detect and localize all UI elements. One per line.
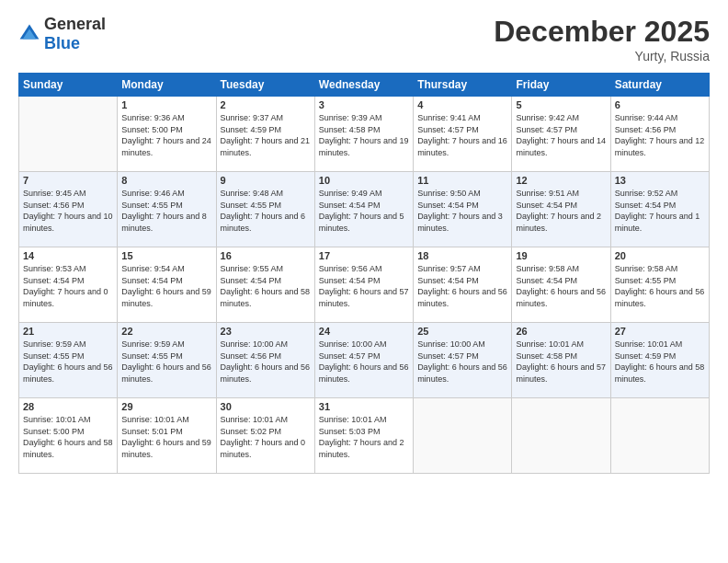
col-sunday: Sunday <box>19 74 118 97</box>
day-number: 27 <box>615 326 705 337</box>
table-row: 26 Sunrise: 10:01 AMSunset: 4:58 PMDayli… <box>512 323 610 398</box>
day-number: 23 <box>221 326 311 337</box>
day-info: Sunrise: 9:50 AMSunset: 4:54 PMDaylight:… <box>417 188 507 234</box>
col-monday: Monday <box>118 74 216 97</box>
table-row: 18 Sunrise: 9:57 AMSunset: 4:54 PMDaylig… <box>414 247 512 323</box>
table-row <box>512 398 610 474</box>
table-row: 2 Sunrise: 9:37 AMSunset: 4:59 PMDayligh… <box>216 97 314 172</box>
day-number: 9 <box>221 175 311 186</box>
calendar-header-row: Sunday Monday Tuesday Wednesday Thursday… <box>19 74 710 97</box>
day-number: 18 <box>417 250 507 261</box>
day-info: Sunrise: 9:59 AMSunset: 4:55 PMDaylight:… <box>121 339 211 385</box>
day-info: Sunrise: 10:01 AMSunset: 5:03 PMDaylight… <box>319 414 409 460</box>
day-info: Sunrise: 10:01 AMSunset: 4:58 PMDaylight… <box>516 339 606 385</box>
day-number: 4 <box>417 99 507 110</box>
table-row: 27 Sunrise: 10:01 AMSunset: 4:59 PMDayli… <box>610 323 709 398</box>
table-row: 25 Sunrise: 10:00 AMSunset: 4:57 PMDayli… <box>414 323 512 398</box>
col-saturday: Saturday <box>610 74 709 97</box>
calendar-week-row: 14 Sunrise: 9:53 AMSunset: 4:54 PMDaylig… <box>19 247 710 323</box>
month-year: December 2025 <box>494 15 710 49</box>
title-block: December 2025 Yurty, Russia <box>494 15 710 63</box>
location: Yurty, Russia <box>494 49 710 63</box>
day-info: Sunrise: 10:00 AMSunset: 4:57 PMDaylight… <box>417 339 507 385</box>
day-info: Sunrise: 10:00 AMSunset: 4:57 PMDaylight… <box>319 339 409 385</box>
day-info: Sunrise: 9:49 AMSunset: 4:54 PMDaylight:… <box>319 188 409 234</box>
day-number: 10 <box>319 175 409 186</box>
table-row <box>610 398 709 474</box>
day-info: Sunrise: 9:44 AMSunset: 4:56 PMDaylight:… <box>615 112 705 158</box>
table-row: 4 Sunrise: 9:41 AMSunset: 4:57 PMDayligh… <box>414 97 512 172</box>
logo-blue: Blue <box>44 34 80 52</box>
day-info: Sunrise: 9:41 AMSunset: 4:57 PMDaylight:… <box>417 112 507 158</box>
day-info: Sunrise: 10:01 AMSunset: 5:00 PMDaylight… <box>23 414 113 460</box>
day-info: Sunrise: 9:45 AMSunset: 4:56 PMDaylight:… <box>23 188 113 234</box>
day-number: 2 <box>221 99 311 110</box>
col-tuesday: Tuesday <box>216 74 314 97</box>
table-row: 6 Sunrise: 9:44 AMSunset: 4:56 PMDayligh… <box>610 97 709 172</box>
day-info: Sunrise: 9:52 AMSunset: 4:54 PMDaylight:… <box>615 188 705 234</box>
day-number: 13 <box>615 175 705 186</box>
table-row: 16 Sunrise: 9:55 AMSunset: 4:54 PMDaylig… <box>216 247 314 323</box>
day-info: Sunrise: 9:42 AMSunset: 4:57 PMDaylight:… <box>516 112 606 158</box>
table-row: 8 Sunrise: 9:46 AMSunset: 4:55 PMDayligh… <box>118 172 216 247</box>
header: General Blue December 2025 Yurty, Russia <box>18 15 710 63</box>
table-row: 9 Sunrise: 9:48 AMSunset: 4:55 PMDayligh… <box>216 172 314 247</box>
calendar-week-row: 28 Sunrise: 10:01 AMSunset: 5:00 PMDayli… <box>19 398 710 474</box>
logo-text: General Blue <box>44 15 106 53</box>
table-row: 12 Sunrise: 9:51 AMSunset: 4:54 PMDaylig… <box>512 172 610 247</box>
table-row: 13 Sunrise: 9:52 AMSunset: 4:54 PMDaylig… <box>610 172 709 247</box>
day-number: 8 <box>121 175 211 186</box>
logo: General Blue <box>18 15 106 53</box>
calendar-week-row: 1 Sunrise: 9:36 AMSunset: 5:00 PMDayligh… <box>19 97 710 172</box>
day-number: 15 <box>121 250 211 261</box>
day-info: Sunrise: 9:46 AMSunset: 4:55 PMDaylight:… <box>121 188 211 234</box>
calendar-week-row: 21 Sunrise: 9:59 AMSunset: 4:55 PMDaylig… <box>19 323 710 398</box>
calendar-week-row: 7 Sunrise: 9:45 AMSunset: 4:56 PMDayligh… <box>19 172 710 247</box>
day-info: Sunrise: 9:51 AMSunset: 4:54 PMDaylight:… <box>516 188 606 234</box>
day-number: 24 <box>319 326 409 337</box>
table-row: 28 Sunrise: 10:01 AMSunset: 5:00 PMDayli… <box>19 398 118 474</box>
day-number: 29 <box>121 401 211 412</box>
day-number: 22 <box>121 326 211 337</box>
day-number: 25 <box>417 326 507 337</box>
table-row: 19 Sunrise: 9:58 AMSunset: 4:54 PMDaylig… <box>512 247 610 323</box>
day-number: 28 <box>23 401 113 412</box>
table-row: 14 Sunrise: 9:53 AMSunset: 4:54 PMDaylig… <box>19 247 118 323</box>
table-row <box>414 398 512 474</box>
day-number: 20 <box>615 250 705 261</box>
day-info: Sunrise: 9:36 AMSunset: 5:00 PMDaylight:… <box>121 112 211 158</box>
table-row: 30 Sunrise: 10:01 AMSunset: 5:02 PMDayli… <box>216 398 314 474</box>
table-row: 20 Sunrise: 9:58 AMSunset: 4:55 PMDaylig… <box>610 247 709 323</box>
day-number: 17 <box>319 250 409 261</box>
day-info: Sunrise: 9:58 AMSunset: 4:55 PMDaylight:… <box>615 263 705 309</box>
col-friday: Friday <box>512 74 610 97</box>
day-number: 11 <box>417 175 507 186</box>
calendar-table: Sunday Monday Tuesday Wednesday Thursday… <box>18 73 710 474</box>
day-info: Sunrise: 9:39 AMSunset: 4:58 PMDaylight:… <box>319 112 409 158</box>
table-row: 7 Sunrise: 9:45 AMSunset: 4:56 PMDayligh… <box>19 172 118 247</box>
table-row <box>19 97 118 172</box>
day-info: Sunrise: 10:00 AMSunset: 4:56 PMDaylight… <box>221 339 311 385</box>
day-info: Sunrise: 10:01 AMSunset: 4:59 PMDaylight… <box>615 339 705 385</box>
day-info: Sunrise: 10:01 AMSunset: 5:01 PMDaylight… <box>121 414 211 460</box>
day-number: 31 <box>319 401 409 412</box>
table-row: 24 Sunrise: 10:00 AMSunset: 4:57 PMDayli… <box>314 323 413 398</box>
table-row: 29 Sunrise: 10:01 AMSunset: 5:01 PMDayli… <box>118 398 216 474</box>
table-row: 5 Sunrise: 9:42 AMSunset: 4:57 PMDayligh… <box>512 97 610 172</box>
day-number: 19 <box>516 250 606 261</box>
day-info: Sunrise: 10:01 AMSunset: 5:02 PMDaylight… <box>221 414 311 460</box>
day-number: 3 <box>319 99 409 110</box>
table-row: 10 Sunrise: 9:49 AMSunset: 4:54 PMDaylig… <box>314 172 413 247</box>
day-number: 7 <box>23 175 113 186</box>
day-info: Sunrise: 9:54 AMSunset: 4:54 PMDaylight:… <box>121 263 211 309</box>
day-number: 1 <box>121 99 211 110</box>
day-info: Sunrise: 9:55 AMSunset: 4:54 PMDaylight:… <box>221 263 311 309</box>
table-row: 1 Sunrise: 9:36 AMSunset: 5:00 PMDayligh… <box>118 97 216 172</box>
day-info: Sunrise: 9:37 AMSunset: 4:59 PMDaylight:… <box>221 112 311 158</box>
day-info: Sunrise: 9:48 AMSunset: 4:55 PMDaylight:… <box>221 188 311 234</box>
day-number: 14 <box>23 250 113 261</box>
day-info: Sunrise: 9:58 AMSunset: 4:54 PMDaylight:… <box>516 263 606 309</box>
day-number: 21 <box>23 326 113 337</box>
col-wednesday: Wednesday <box>314 74 413 97</box>
day-number: 30 <box>221 401 311 412</box>
